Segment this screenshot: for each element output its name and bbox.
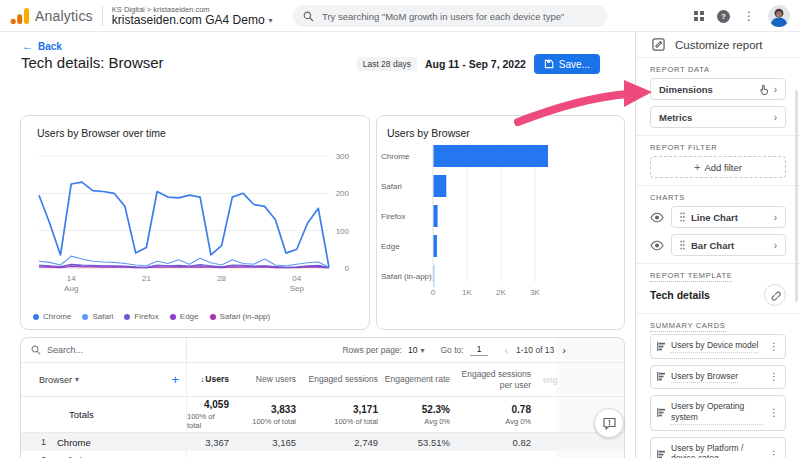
rows-per-page-select[interactable]: 10 ▾ bbox=[408, 345, 424, 355]
previous-page-icon[interactable]: ‹ bbox=[504, 344, 508, 356]
column-header-browser[interactable]: Browser ▾ + bbox=[21, 363, 187, 396]
summary-card[interactable]: Users by Platform / device categ... ⋮ bbox=[650, 437, 786, 458]
summary-card[interactable]: Users by Device model ⋮ bbox=[650, 334, 786, 359]
column-label: New users bbox=[256, 374, 296, 385]
x-axis-tick-sublabel: Sep bbox=[290, 284, 305, 293]
cell-users: 376 bbox=[187, 451, 231, 458]
next-page-icon[interactable]: › bbox=[562, 344, 566, 356]
table-row[interactable]: 1 Chrome 3,367 3,165 2,749 53.51% 0.82 bbox=[21, 433, 624, 451]
bar-chart-button[interactable]: Bar Chart › bbox=[671, 234, 786, 256]
chevron-down-icon: ▾ bbox=[269, 16, 273, 25]
y-axis-tick-label: 100 bbox=[336, 227, 350, 236]
pagination-controls: Rows per page: 10 ▾ Go to: 1 ‹ 1-10 of 1… bbox=[187, 338, 624, 362]
bar-list-icon bbox=[657, 450, 666, 458]
add-filter-button[interactable]: + Add filter bbox=[650, 156, 786, 178]
column-header-users[interactable]: ↓Users bbox=[187, 363, 231, 396]
line-chart-legend: ChromeSafariFirefoxEdgeSafari (in-app) bbox=[33, 312, 270, 321]
chevron-right-icon: › bbox=[774, 112, 777, 123]
apps-grid-icon[interactable] bbox=[694, 11, 704, 21]
more-options-icon[interactable]: ⋮ bbox=[743, 10, 755, 22]
visibility-eye-icon[interactable] bbox=[650, 240, 664, 251]
x-axis-tick-label: 28 bbox=[217, 274, 226, 283]
column-label: Engaged sessions bbox=[462, 369, 531, 380]
bar-category-label: Edge bbox=[381, 242, 400, 251]
column-header-engaged-sessions-per-user[interactable]: Engaged sessions per user bbox=[452, 363, 533, 396]
table-search-input[interactable]: Search... bbox=[21, 338, 187, 362]
topbar: Analytics KS Digital > kristaseiden.com … bbox=[0, 0, 800, 32]
summary-card[interactable]: Users by Browser ⋮ bbox=[650, 365, 786, 390]
date-range-chip[interactable]: Last 28 days bbox=[357, 57, 417, 71]
legend-item: Safari bbox=[82, 312, 113, 321]
visibility-eye-icon[interactable] bbox=[650, 212, 664, 223]
analytics-home-link[interactable]: Analytics bbox=[10, 7, 93, 25]
bar-chart-label: Bar Chart bbox=[691, 240, 734, 251]
column-header-engagement-rate[interactable]: Engagement rate bbox=[380, 363, 452, 396]
save-label: Save... bbox=[559, 59, 590, 70]
dimensions-label: Dimensions bbox=[659, 84, 713, 95]
goto-page-input[interactable]: 1 bbox=[470, 344, 489, 356]
chevron-right-icon: › bbox=[774, 212, 777, 223]
help-icon[interactable]: ? bbox=[717, 10, 730, 23]
avatar[interactable] bbox=[768, 5, 790, 27]
table-row[interactable]: 2 Safari 376 369 163 32.8% 0.43 bbox=[21, 451, 624, 458]
total-engaged-sessions: 3,171 bbox=[353, 404, 378, 415]
account-switcher[interactable]: KS Digital > kristaseiden.com kristaseid… bbox=[112, 5, 273, 27]
legend-label: Chrome bbox=[43, 312, 71, 321]
report-main: ← Back Tech details: Browser Last 28 day… bbox=[0, 32, 635, 458]
report-header-actions: Last 28 days Aug 11 - Sep 7, 2022 Save..… bbox=[357, 54, 600, 74]
total-users: 4,059 bbox=[204, 399, 229, 410]
sidebar-scrollbar[interactable] bbox=[795, 90, 798, 302]
drag-handle-icon[interactable] bbox=[680, 240, 685, 250]
save-button[interactable]: Save... bbox=[534, 54, 600, 74]
summary-card-text: Users by Platform / device categ... bbox=[671, 443, 764, 458]
global-search-input[interactable]: Try searching "MoM growth in users for e… bbox=[293, 5, 607, 27]
x-axis-tick-label: 2K bbox=[496, 288, 506, 297]
rows-per-page-value: 10 bbox=[408, 345, 417, 355]
date-range-value[interactable]: Aug 11 - Sep 7, 2022 bbox=[425, 58, 526, 70]
add-column-icon[interactable]: + bbox=[171, 372, 179, 387]
line-chart-button[interactable]: Line Chart › bbox=[671, 206, 786, 228]
report-template-section: REPORT TEMPLATE Tech details bbox=[636, 264, 800, 314]
dimensions-button[interactable]: Dimensions › bbox=[650, 78, 786, 100]
cell-new-users: 369 bbox=[231, 451, 298, 458]
edit-report-icon bbox=[652, 38, 665, 51]
column-header-new-users[interactable]: New users bbox=[231, 363, 298, 396]
card-menu-icon[interactable]: ⋮ bbox=[769, 407, 779, 418]
total-engaged-per-user-sub: Avg 0% bbox=[505, 417, 531, 426]
drag-handle-icon[interactable] bbox=[680, 212, 685, 222]
add-filter-label: Add filter bbox=[704, 162, 742, 173]
summary-card-text: Users by Device model bbox=[671, 340, 758, 353]
card-menu-icon[interactable]: ⋮ bbox=[769, 449, 779, 458]
feedback-icon bbox=[602, 416, 617, 431]
back-label: Back bbox=[38, 41, 62, 52]
card-menu-icon[interactable]: ⋮ bbox=[769, 371, 779, 382]
legend-item: Safari (in-app) bbox=[210, 312, 271, 321]
unlink-template-button[interactable] bbox=[764, 284, 786, 306]
bar-chart-title: Users by Browser bbox=[387, 127, 470, 139]
total-engaged-per-user: 0.78 bbox=[512, 404, 531, 415]
cell-engaged-per-user: 0.43 bbox=[452, 451, 533, 458]
dimension-header-label: Browser bbox=[39, 375, 72, 385]
page-title: Tech details: Browser bbox=[21, 54, 164, 71]
column-header-engaged-sessions[interactable]: Engaged sessions bbox=[298, 363, 380, 396]
data-table-card: Search... Rows per page: 10 ▾ Go to: 1 ‹… bbox=[20, 337, 625, 458]
goto-label: Go to: bbox=[440, 345, 463, 355]
card-menu-icon[interactable]: ⋮ bbox=[769, 341, 779, 352]
back-button[interactable]: ← Back bbox=[22, 40, 62, 52]
bar-category-label: Safari (in-app) bbox=[381, 272, 432, 281]
chevron-right-icon: › bbox=[774, 240, 777, 251]
total-new-users-sub: 100% of total bbox=[252, 417, 296, 426]
bar-Safari (in-app) bbox=[434, 265, 435, 287]
divider bbox=[102, 6, 103, 26]
y-axis-tick-label: 200 bbox=[336, 189, 350, 198]
sort-descending-icon: ↓ bbox=[200, 375, 204, 384]
metrics-button[interactable]: Metrics › bbox=[650, 106, 786, 128]
back-arrow-icon: ← bbox=[22, 40, 33, 52]
feedback-button[interactable] bbox=[594, 408, 624, 438]
summary-card[interactable]: Users by Operating system ⋮ bbox=[650, 395, 786, 430]
cell-new-users: 3,165 bbox=[231, 433, 298, 451]
section-label: REPORT FILTER bbox=[650, 143, 786, 152]
pagination-range: 1-10 of 13 bbox=[516, 345, 554, 355]
summary-card-label: Users by Operating system bbox=[671, 401, 764, 424]
legend-dot bbox=[170, 314, 176, 320]
